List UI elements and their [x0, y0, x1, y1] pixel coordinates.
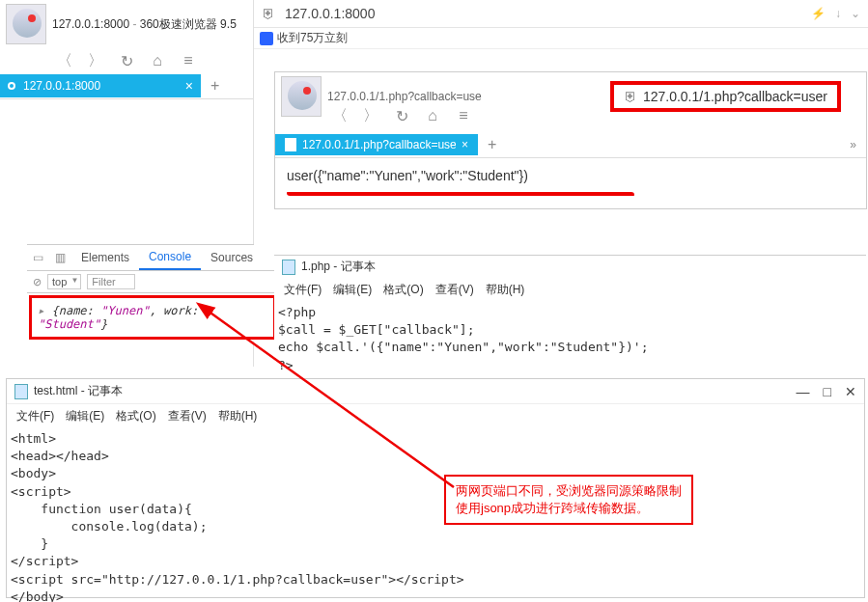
- clear-console-icon[interactable]: ⊘: [33, 276, 42, 288]
- menu-format[interactable]: 格式(O): [112, 406, 159, 426]
- filter-input[interactable]: Filter: [87, 274, 135, 289]
- tab-console[interactable]: Console: [139, 245, 201, 270]
- devtools-tabs: ▭ ▥ Elements Console Sources: [27, 245, 278, 271]
- notepad-html: test.html - 记事本 — □ ✕ 文件(F) 编辑(E) 格式(O) …: [6, 378, 865, 598]
- bookmark-favicon-icon: [260, 32, 273, 45]
- address-icons: ⚡ ↓ ⌄: [811, 7, 860, 20]
- reload-icon[interactable]: ↻: [116, 50, 137, 71]
- close-icon[interactable]: ✕: [845, 384, 856, 399]
- maximize-icon[interactable]: □: [824, 384, 831, 399]
- tab-favicon-icon: [8, 82, 15, 90]
- inner-browser-window: 127.0.0.1/1.php?callback=use ⛨ 127.0.0.1…: [274, 71, 867, 209]
- context-select[interactable]: top: [47, 274, 81, 289]
- notepad-php: 1.php - 记事本 文件(F) 编辑(E) 格式(O) 查看(V) 帮助(H…: [274, 255, 866, 376]
- notepad1-menubar: 文件(F) 编辑(E) 格式(O) 查看(V) 帮助(H): [274, 278, 866, 302]
- minimize-icon[interactable]: —: [797, 384, 810, 399]
- shield-icon: ⛨: [624, 89, 637, 104]
- inner-page-content: user({"name":"Yunen","work":"Student"}): [275, 158, 866, 208]
- page-icon: [285, 138, 296, 151]
- forward-icon[interactable]: 〉: [360, 105, 381, 126]
- annotation-line2: 使用jsonp成功进行跨域传输数据。: [456, 500, 682, 517]
- console-output-line: ▸ {name: "Yunen", work: "Student"}: [32, 298, 273, 337]
- inspect-icon[interactable]: ▭: [27, 247, 49, 268]
- back-icon[interactable]: 〈: [54, 50, 75, 71]
- menu-file[interactable]: 文件(F): [280, 280, 325, 300]
- device-icon[interactable]: ▥: [49, 247, 71, 268]
- new-tab-button[interactable]: +: [478, 132, 506, 157]
- menu-edit[interactable]: 编辑(E): [329, 280, 376, 300]
- menu-help[interactable]: 帮助(H): [482, 280, 529, 300]
- tab-elements[interactable]: Elements: [71, 246, 139, 269]
- notepad1-title: 1.php - 记事本: [301, 259, 376, 275]
- url-highlight-frame: ⛨ 127.0.0.1/1.php?callback=user: [610, 81, 841, 112]
- notepad2-title: test.html - 记事本: [34, 383, 123, 399]
- bookmark-text[interactable]: 收到75万立刻: [277, 30, 348, 46]
- tab-close-icon[interactable]: ×: [185, 78, 193, 94]
- red-underline-annotation: [287, 192, 634, 196]
- notepad2-titlebar[interactable]: test.html - 记事本 — □ ✕: [7, 379, 864, 404]
- annotation-callout: 两网页端口不同，受浏览器同源策略限制 使用jsonp成功进行跨域传输数据。: [444, 475, 693, 525]
- title-app: 360极速浏览器 9.5: [140, 17, 237, 31]
- inner-tabbar: 127.0.0.1/1.php?callback=use × + »: [275, 132, 866, 158]
- new-tab-button[interactable]: +: [201, 73, 229, 98]
- devtools-panel: ▭ ▥ Elements Console Sources ⊘ top Filte…: [27, 244, 278, 342]
- home-icon[interactable]: ⌂: [147, 50, 168, 71]
- console-highlight-box: ▸ {name: "Yunen", work: "Student"}: [29, 295, 276, 340]
- notepad1-titlebar[interactable]: 1.php - 记事本: [274, 256, 866, 278]
- menu-icon[interactable]: ≡: [178, 50, 199, 71]
- inner-title: 127.0.0.1/1.php?callback=use: [327, 90, 482, 103]
- tabbar-chevron-icon[interactable]: »: [840, 134, 866, 155]
- browser1-title: 127.0.0.1:8000 - 360极速浏览器 9.5: [52, 16, 237, 33]
- notepad2-menubar: 文件(F) 编辑(E) 格式(O) 查看(V) 帮助(H): [7, 404, 864, 428]
- menu-format[interactable]: 格式(O): [379, 280, 427, 300]
- notepad-icon: [14, 384, 28, 399]
- menu-edit[interactable]: 编辑(E): [62, 406, 108, 426]
- inner-tab-label: 127.0.0.1/1.php?callback=use: [302, 138, 456, 151]
- bookmark-bar: 收到75万立刻: [254, 28, 868, 49]
- browser1-nav: 〈 〉 ↻ ⌂ ≡: [0, 48, 253, 73]
- home-icon[interactable]: ⌂: [422, 105, 443, 126]
- address-bar-row: ⛨ 127.0.0.1:8000 ⚡ ↓ ⌄: [254, 0, 868, 28]
- menu-file[interactable]: 文件(F): [13, 406, 58, 426]
- chevron-down-icon[interactable]: ⌄: [851, 7, 860, 20]
- browser1-tab[interactable]: 127.0.0.1:8000 ×: [0, 74, 201, 97]
- devtools-filter-row: ⊘ top Filter: [27, 271, 278, 293]
- notepad-icon: [282, 260, 295, 275]
- browser1-tabbar: 127.0.0.1:8000 × +: [0, 73, 253, 99]
- menu-view[interactable]: 查看(V): [432, 280, 478, 300]
- inner-tab[interactable]: 127.0.0.1/1.php?callback=use ×: [275, 134, 478, 155]
- annotation-line1: 两网页端口不同，受浏览器同源策略限制: [456, 482, 682, 500]
- download-icon[interactable]: ↓: [835, 7, 841, 20]
- address-input[interactable]: 127.0.0.1:8000: [281, 4, 805, 23]
- tab-close-icon[interactable]: ×: [462, 138, 468, 151]
- shield-icon[interactable]: ⛨: [262, 6, 275, 21]
- highlighted-url[interactable]: 127.0.0.1/1.php?callback=user: [643, 89, 827, 104]
- browser1-titlebar: 127.0.0.1:8000 - 360极速浏览器 9.5: [0, 0, 253, 48]
- title-url: 127.0.0.1:8000: [52, 17, 129, 31]
- notepad1-content[interactable]: <?php $call = $_GET["callback"]; echo $c…: [274, 302, 866, 376]
- back-icon[interactable]: 〈: [329, 105, 350, 126]
- response-text: user({"name":"Yunen","work":"Student"}): [287, 168, 854, 183]
- reload-icon[interactable]: ↻: [391, 105, 412, 126]
- window-controls: — □ ✕: [797, 384, 856, 399]
- menu-view[interactable]: 查看(V): [164, 406, 210, 426]
- forward-icon[interactable]: 〉: [85, 50, 106, 71]
- menu-help[interactable]: 帮助(H): [214, 406, 262, 426]
- notepad2-content[interactable]: <html> <head></head> <body> <script> fun…: [7, 428, 864, 602]
- avatar-icon: [6, 4, 46, 44]
- menu-icon[interactable]: ≡: [453, 105, 474, 126]
- avatar-icon: [281, 76, 322, 117]
- tab-label: 127.0.0.1:8000: [23, 79, 100, 93]
- flash-icon[interactable]: ⚡: [811, 7, 826, 20]
